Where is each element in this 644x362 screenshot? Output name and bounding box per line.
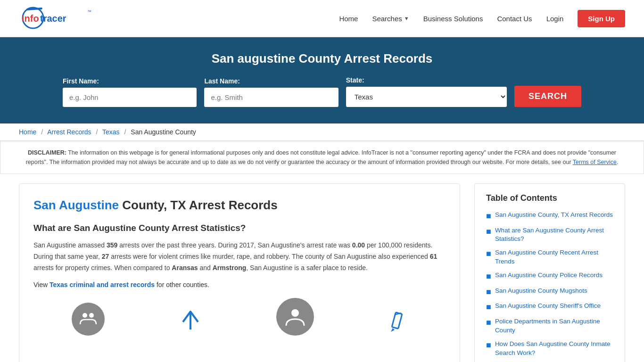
tos-link[interactable]: Terms of Service xyxy=(573,159,617,165)
state-select[interactable]: AlabamaAlaskaArizonaArkansasCaliforniaCo… xyxy=(346,87,507,107)
state-label: State: xyxy=(346,76,364,84)
people-icon xyxy=(72,303,105,336)
breadcrumb: Home / Arrest Records / Texas / San Augu… xyxy=(0,123,644,141)
breadcrumb-sep-1: / xyxy=(41,128,43,136)
toc-link[interactable]: San Augustine County Recent Arrest Trend… xyxy=(495,248,613,266)
article-title-highlight: San Augustine xyxy=(33,198,119,212)
breadcrumb-home[interactable]: Home xyxy=(19,128,36,136)
svg-point-8 xyxy=(291,309,299,317)
toc-bullet: ■ xyxy=(486,302,491,313)
toc-bullet: ■ xyxy=(486,211,491,222)
breadcrumb-sep-2: / xyxy=(96,128,98,136)
svg-text:info: info xyxy=(22,13,39,24)
nav-searches[interactable]: Searches ▼ xyxy=(372,15,409,23)
view-line: View Texas criminal and arrest records f… xyxy=(33,281,446,288)
nav-contact-us[interactable]: Contact Us xyxy=(497,15,532,23)
breadcrumb-texas[interactable]: Texas xyxy=(102,128,120,136)
logo[interactable]: info tracer ™ xyxy=(19,5,94,32)
toc-title: Table of Contents xyxy=(486,193,613,203)
breadcrumb-county: San Augustine County xyxy=(131,128,196,136)
search-form: First Name: Last Name: State: AlabamaAla… xyxy=(63,76,581,107)
toc-link[interactable]: San Augustine County Sheriff's Office xyxy=(495,302,601,311)
icon-box-pencil xyxy=(390,311,408,336)
sidebar-toc: Table of Contents ■San Augustine County,… xyxy=(474,183,625,362)
toc-list: ■San Augustine County, TX Arrest Records… xyxy=(486,211,613,362)
last-name-group: Last Name: xyxy=(204,77,338,107)
svg-rect-9 xyxy=(392,313,402,329)
icon-box-people xyxy=(72,303,105,336)
toc-item: ■San Augustine County Sheriff's Office xyxy=(486,302,613,313)
texas-records-link[interactable]: Texas criminal and arrest records xyxy=(50,281,155,288)
nav-login[interactable]: Login xyxy=(546,15,564,23)
toc-bullet: ■ xyxy=(486,272,491,282)
toc-bullet: ■ xyxy=(486,318,491,328)
toc-link[interactable]: How Does San Augustine County Inmate Sea… xyxy=(495,340,613,358)
toc-item: ■San Augustine County Recent Arrest Tren… xyxy=(486,248,613,266)
svg-point-5 xyxy=(83,313,87,318)
icon-box-arrow-up xyxy=(181,308,200,336)
toc-item: ■Police Departments in San Augustine Cou… xyxy=(486,317,613,335)
disclaimer-text: The information on this webpage is for g… xyxy=(26,149,616,165)
site-header: info tracer ™ Home Searches ▼ Business S… xyxy=(0,0,644,37)
breadcrumb-arrest-records[interactable]: Arrest Records xyxy=(47,128,91,136)
toc-item: ■San Augustine County Police Records xyxy=(486,271,613,282)
toc-link[interactable]: San Augustine County Police Records xyxy=(495,271,603,280)
toc-link[interactable]: San Augustine County, TX Arrest Records xyxy=(495,211,613,220)
arrow-up-icon xyxy=(181,308,200,336)
svg-point-6 xyxy=(89,313,94,318)
toc-link[interactable]: San Augustine County Mugshots xyxy=(495,287,587,296)
icon-row xyxy=(33,298,446,336)
content-wrapper: San Augustine County, TX Arrest Records … xyxy=(0,183,644,362)
toc-bullet: ■ xyxy=(486,249,491,259)
toc-item: ■San Augustine County, TX Arrest Records xyxy=(486,211,613,222)
toc-bullet: ■ xyxy=(486,287,491,297)
breadcrumb-sep-3: / xyxy=(124,128,126,136)
toc-item: ■San Augustine County Mugshots xyxy=(486,287,613,297)
disclaimer-bar: DISCLAIMER: The information on this webp… xyxy=(0,141,644,174)
toc-item: ■How Does San Augustine County Inmate Se… xyxy=(486,340,613,358)
circle-person-icon xyxy=(276,298,314,336)
toc-bullet: ■ xyxy=(486,340,491,351)
toc-item: ■What are San Augustine County Arrest St… xyxy=(486,226,613,244)
article-title: San Augustine County, TX Arrest Records xyxy=(33,198,446,213)
first-name-label: First Name: xyxy=(63,77,99,85)
main-article: San Augustine County, TX Arrest Records … xyxy=(19,183,460,362)
signup-button[interactable]: Sign Up xyxy=(578,10,625,27)
svg-line-1 xyxy=(27,8,41,9)
nav-business-solutions[interactable]: Business Solutions xyxy=(423,15,483,23)
section1-heading: What are San Augustine County Arrest Sta… xyxy=(33,223,446,233)
svg-text:tracer: tracer xyxy=(40,13,66,24)
disclaimer-label: DISCLAIMER: xyxy=(28,149,66,156)
svg-text:™: ™ xyxy=(87,9,91,14)
toc-link[interactable]: Police Departments in San Augustine Coun… xyxy=(495,317,613,335)
pencil-icon xyxy=(390,311,408,336)
nav-home[interactable]: Home xyxy=(339,15,358,23)
toc-bullet: ■ xyxy=(486,227,491,237)
page-title: San augustine County Arrest Records xyxy=(19,51,625,66)
hero-section: San augustine County Arrest Records Firs… xyxy=(0,37,644,123)
last-name-input[interactable] xyxy=(204,88,338,107)
first-name-group: First Name: xyxy=(63,77,197,107)
state-group: State: AlabamaAlaskaArizonaArkansasCalif… xyxy=(346,76,507,107)
article-title-rest: County, TX Arrest Records xyxy=(119,198,278,212)
toc-link[interactable]: What are San Augustine County Arrest Sta… xyxy=(495,226,613,244)
article-para-1: San Augustine amassed 359 arrests over t… xyxy=(33,240,446,273)
first-name-input[interactable] xyxy=(63,88,197,107)
search-button[interactable]: SEARCH xyxy=(514,86,581,107)
main-nav: Home Searches ▼ Business Solutions Conta… xyxy=(339,10,625,27)
chevron-down-icon: ▼ xyxy=(404,16,409,21)
last-name-label: Last Name: xyxy=(204,77,239,85)
icon-box-circle-person xyxy=(276,298,314,336)
svg-marker-10 xyxy=(391,328,395,332)
